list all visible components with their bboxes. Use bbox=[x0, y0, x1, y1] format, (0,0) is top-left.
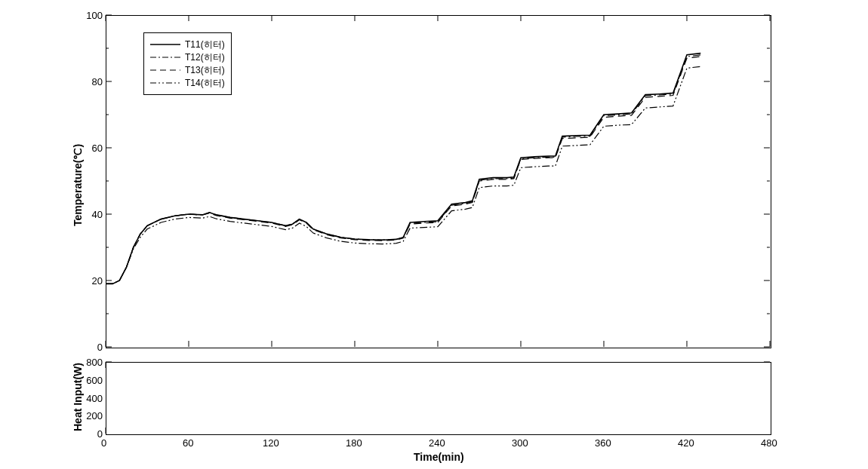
xtick: 180 bbox=[346, 437, 362, 449]
legend: T11(히터) T12(히터) T13(히터) T14(히터) bbox=[143, 32, 232, 95]
legend-item: T11(히터) bbox=[150, 38, 225, 51]
figure: { "chart_data": [ { "type": "line", "xla… bbox=[0, 0, 868, 469]
ylabel-temperature: Temperature(℃) bbox=[72, 144, 84, 226]
legend-item: T12(히터) bbox=[150, 51, 225, 63]
legend-label: T14(히터) bbox=[185, 77, 225, 90]
xlabel-time: Time(min) bbox=[414, 451, 464, 463]
ytick-top: 0 bbox=[91, 342, 103, 353]
series-t14 bbox=[106, 66, 700, 284]
xtick: 420 bbox=[678, 437, 694, 449]
legend-swatch-dashdot-icon bbox=[150, 52, 180, 63]
legend-label: T11(히터) bbox=[185, 38, 225, 51]
xtick: 60 bbox=[183, 437, 193, 449]
legend-swatch-dashed-icon bbox=[150, 65, 180, 75]
legend-item: T13(히터) bbox=[150, 64, 225, 76]
heat-input-plot bbox=[106, 362, 771, 435]
xtick: 120 bbox=[263, 437, 279, 449]
xtick: 240 bbox=[429, 437, 445, 449]
xtick: 480 bbox=[761, 437, 777, 449]
ytick-top: 100 bbox=[78, 10, 103, 21]
legend-item: T14(히터) bbox=[150, 77, 225, 89]
ylabel-heat-input: Heat Input(W) bbox=[72, 363, 84, 431]
legend-label: T12(히터) bbox=[185, 51, 225, 64]
xtick: 0 bbox=[101, 437, 106, 449]
ytick-top: 60 bbox=[85, 143, 103, 154]
legend-label: T13(히터) bbox=[185, 64, 225, 77]
ytick-top: 80 bbox=[85, 76, 103, 87]
xtick: 300 bbox=[512, 437, 528, 449]
ytick-top: 40 bbox=[85, 209, 103, 220]
xtick: 360 bbox=[595, 437, 611, 449]
legend-swatch-dashdotdot-icon bbox=[150, 78, 180, 88]
ytick-top: 20 bbox=[85, 275, 103, 287]
legend-swatch-solid-icon bbox=[150, 39, 180, 50]
